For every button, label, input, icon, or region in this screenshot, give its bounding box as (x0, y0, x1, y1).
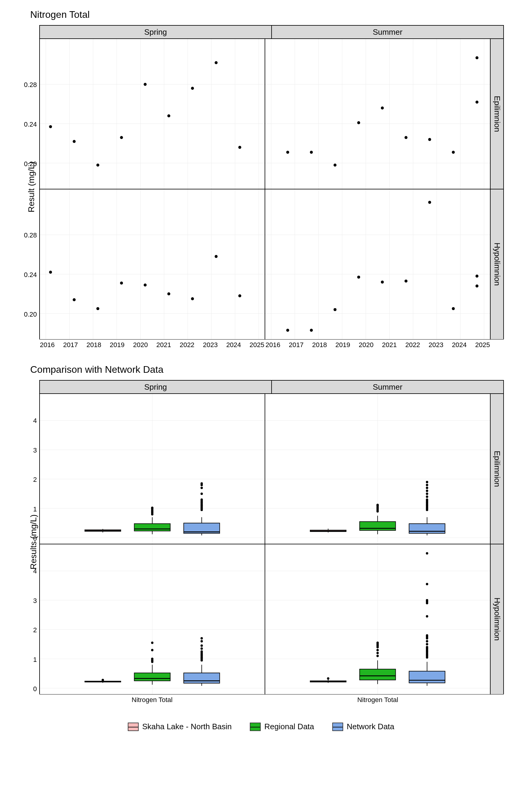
svg-point-197 (201, 640, 203, 643)
svg-point-232 (426, 646, 428, 648)
svg-point-62 (144, 283, 147, 286)
svg-point-88 (476, 285, 479, 288)
svg-point-13 (49, 125, 52, 128)
svg-point-60 (96, 307, 99, 310)
svg-point-121 (201, 499, 203, 501)
svg-point-44 (476, 56, 479, 59)
svg-point-15 (96, 163, 99, 166)
svg-point-41 (428, 138, 431, 141)
svg-point-82 (334, 308, 337, 311)
svg-point-182 (151, 649, 154, 651)
svg-point-109 (151, 507, 154, 509)
svg-point-209 (327, 677, 329, 680)
svg-point-80 (286, 329, 289, 332)
svg-point-237 (426, 634, 428, 636)
legend-label: Network Data (347, 722, 395, 731)
svg-point-40 (404, 136, 407, 139)
svg-point-43 (476, 101, 479, 104)
strip-summer2: Summer (272, 380, 504, 393)
svg-point-238 (426, 615, 428, 617)
scatter-section: Nitrogen Total Result (mg/L) Spring Summ… (18, 9, 504, 349)
svg-point-66 (238, 294, 241, 297)
legend-item: Regional Data (250, 722, 314, 731)
svg-point-19 (191, 87, 194, 90)
panel-box-spring-hypo: 01234 (40, 544, 265, 694)
svg-point-42 (452, 151, 455, 154)
legend-label: Regional Data (264, 722, 314, 731)
panel-spring-hypo: 0.280.240.20 (40, 189, 265, 340)
svg-point-194 (201, 650, 203, 653)
svg-point-163 (426, 481, 428, 483)
svg-point-195 (201, 647, 203, 650)
svg-point-14 (73, 140, 76, 143)
svg-point-160 (426, 490, 428, 492)
svg-point-84 (381, 281, 384, 284)
svg-rect-138 (360, 522, 396, 530)
panel-spring-epi: 0.280.240.20 (40, 39, 265, 189)
svg-point-85 (404, 280, 407, 282)
box-section: Comparison with Network Data Results (mg… (18, 364, 504, 704)
svg-point-65 (215, 255, 218, 258)
strip-summer: Summer (272, 25, 504, 39)
svg-point-159 (426, 493, 428, 495)
scatter-title: Nitrogen Total (30, 9, 504, 20)
svg-point-63 (167, 292, 170, 296)
panel-box-summer-hypo (265, 544, 490, 694)
svg-point-242 (426, 583, 428, 585)
scatter-x-ticks-right: 2016201720182019202020212022202320242025 (265, 339, 490, 349)
strip-epilimnion2: Epilimnion (490, 393, 504, 544)
svg-point-183 (151, 642, 154, 644)
strip-hypolimnion2: Hypolimnion (490, 544, 504, 694)
svg-rect-148 (409, 524, 445, 533)
svg-point-233 (426, 643, 428, 646)
svg-point-220 (376, 642, 379, 644)
svg-point-21 (238, 146, 241, 149)
svg-point-243 (426, 552, 428, 555)
svg-point-158 (426, 495, 428, 498)
scatter-x-ticks-left: 2016201720182019202020212022202320242025 (39, 339, 265, 349)
svg-point-58 (49, 271, 52, 274)
strip-spring: Spring (40, 25, 272, 39)
svg-rect-186 (184, 673, 220, 683)
legend-item: Network Data (332, 722, 395, 731)
strip-spring2: Spring (40, 380, 272, 393)
svg-point-18 (167, 115, 170, 118)
svg-point-86 (428, 201, 431, 204)
svg-point-89 (476, 275, 479, 278)
svg-point-214 (376, 655, 379, 657)
legend-label: Skaha Lake - North Basin (142, 722, 232, 731)
svg-point-38 (357, 121, 360, 124)
box-x-label-right: Nitrogen Total (265, 694, 490, 704)
legend-key-icon (332, 723, 343, 731)
legend-item: Skaha Lake - North Basin (128, 722, 232, 731)
panel-summer-hypo (265, 189, 490, 340)
svg-point-162 (426, 484, 428, 486)
svg-rect-177 (134, 673, 170, 681)
svg-point-83 (357, 276, 360, 279)
svg-point-123 (201, 487, 203, 489)
svg-point-35 (286, 151, 289, 154)
scatter-facet-grid: Spring Summer 0.280.240.20 Epilimnion (39, 25, 504, 339)
svg-point-122 (201, 493, 203, 495)
svg-point-20 (215, 61, 218, 64)
strip-epilimnion: Epilimnion (490, 39, 504, 189)
legend-key-icon (128, 723, 139, 731)
box-x-label-left: Nitrogen Total (39, 694, 265, 704)
svg-point-39 (381, 106, 384, 109)
panel-box-summer-epi (265, 393, 490, 544)
svg-point-81 (310, 329, 313, 332)
svg-point-87 (452, 307, 455, 310)
svg-point-64 (191, 297, 194, 300)
svg-rect-102 (134, 524, 170, 531)
svg-rect-223 (409, 671, 445, 683)
panel-summer-epi (265, 39, 490, 189)
svg-point-61 (120, 282, 123, 285)
svg-point-37 (334, 163, 337, 166)
legend: Skaha Lake - North Basin Regional Data N… (18, 722, 504, 731)
svg-point-215 (376, 652, 379, 654)
svg-point-16 (120, 136, 123, 139)
svg-point-216 (376, 649, 379, 651)
svg-point-17 (144, 83, 147, 86)
legend-key-icon (250, 723, 261, 731)
box-facet-grid: Spring Summer 01234 Epilimnion 01234 (39, 380, 504, 694)
